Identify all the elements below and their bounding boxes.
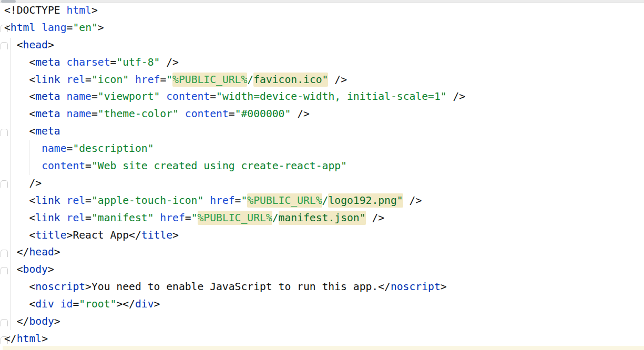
code-line: </body> [4,313,465,331]
code-line: <body> [4,261,465,279]
code-line: <link rel="icon" href="%PUBLIC_URL%/favi… [4,71,465,89]
code-line: <link rel="manifest" href="%PUBLIC_URL%/… [4,210,465,227]
code-line: <head> [4,37,465,54]
code-line: <noscript>You need to enable JavaScript … [4,279,465,296]
code-line: content="Web site created using create-r… [4,158,465,175]
code-line: <title>React App</title> [4,227,465,244]
code-line: name="description" [4,140,465,158]
code-line: </head> [4,244,465,261]
code-line: <meta [4,123,465,140]
code-line: <html lang="en"> [4,19,465,37]
code-line: <!DOCTYPE html> [4,2,465,19]
code-line: </html> [4,331,465,348]
code-editor[interactable]: <!DOCTYPE html><html lang="en"> <head> <… [0,0,644,350]
code-line: <meta name="theme-color" content="#00000… [4,106,465,123]
code-line: <link rel="apple-touch-icon" href="%PUBL… [4,192,465,210]
code-text-area[interactable]: <!DOCTYPE html><html lang="en"> <head> <… [4,2,465,348]
code-line: <div id="root"></div> [4,296,465,313]
code-line: /> [4,175,465,192]
code-line: <meta name="viewport" content="width=dev… [4,88,465,106]
code-line: <meta charset="utf-8" /> [4,54,465,71]
